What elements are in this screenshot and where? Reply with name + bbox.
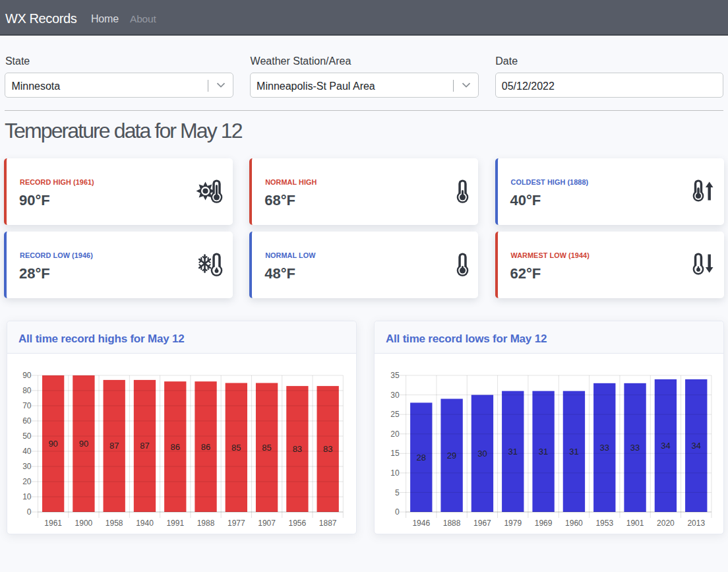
svg-text:1977: 1977 [228, 519, 245, 528]
svg-text:87: 87 [109, 441, 119, 451]
svg-text:86: 86 [201, 442, 210, 452]
svg-text:5: 5 [395, 488, 400, 497]
svg-text:1956: 1956 [289, 519, 307, 528]
svg-text:1953: 1953 [595, 519, 613, 528]
svg-text:1887: 1887 [319, 519, 337, 528]
svg-text:1888: 1888 [443, 519, 461, 528]
svg-text:1907: 1907 [258, 519, 276, 528]
svg-text:34: 34 [661, 441, 670, 451]
svg-text:10: 10 [22, 492, 32, 501]
svg-text:90: 90 [79, 439, 88, 449]
svg-text:30: 30 [390, 391, 400, 400]
svg-text:1940: 1940 [136, 519, 154, 528]
svg-text:1988: 1988 [197, 519, 215, 528]
svg-text:90: 90 [48, 439, 57, 449]
svg-text:0: 0 [395, 507, 400, 517]
svg-text:33: 33 [630, 443, 640, 453]
svg-text:29: 29 [447, 451, 456, 461]
svg-text:31: 31 [569, 447, 578, 457]
svg-text:80: 80 [22, 386, 32, 395]
svg-text:10: 10 [390, 468, 400, 478]
svg-text:40: 40 [22, 447, 32, 456]
svg-text:1969: 1969 [535, 519, 553, 528]
svg-text:90: 90 [22, 371, 32, 380]
svg-text:60: 60 [22, 416, 32, 426]
svg-text:1960: 1960 [565, 519, 583, 528]
svg-text:34: 34 [692, 441, 701, 451]
svg-text:20: 20 [22, 477, 32, 486]
svg-text:1967: 1967 [473, 519, 491, 528]
svg-text:33: 33 [600, 443, 609, 453]
svg-text:83: 83 [323, 444, 332, 454]
svg-text:20: 20 [390, 429, 400, 439]
svg-text:1900: 1900 [75, 519, 93, 528]
svg-text:0: 0 [27, 507, 32, 517]
svg-text:1946: 1946 [412, 519, 430, 528]
svg-text:2013: 2013 [687, 519, 705, 528]
svg-text:1958: 1958 [106, 519, 123, 528]
svg-text:86: 86 [171, 442, 180, 452]
svg-text:85: 85 [231, 443, 241, 453]
svg-text:15: 15 [390, 449, 400, 458]
svg-text:70: 70 [22, 401, 32, 410]
svg-text:1991: 1991 [166, 519, 184, 528]
svg-text:87: 87 [140, 441, 149, 451]
svg-text:30: 30 [22, 462, 32, 471]
svg-text:28: 28 [417, 453, 426, 462]
svg-text:1979: 1979 [504, 519, 522, 528]
svg-text:50: 50 [22, 431, 32, 441]
svg-text:25: 25 [390, 410, 400, 419]
svg-text:2020: 2020 [657, 519, 675, 528]
svg-text:1901: 1901 [626, 519, 644, 528]
svg-text:31: 31 [539, 447, 548, 457]
svg-text:30: 30 [477, 449, 487, 459]
svg-text:85: 85 [262, 443, 271, 453]
svg-text:1961: 1961 [44, 519, 62, 528]
svg-text:35: 35 [390, 371, 400, 380]
svg-text:31: 31 [508, 447, 518, 457]
svg-text:83: 83 [293, 444, 302, 454]
